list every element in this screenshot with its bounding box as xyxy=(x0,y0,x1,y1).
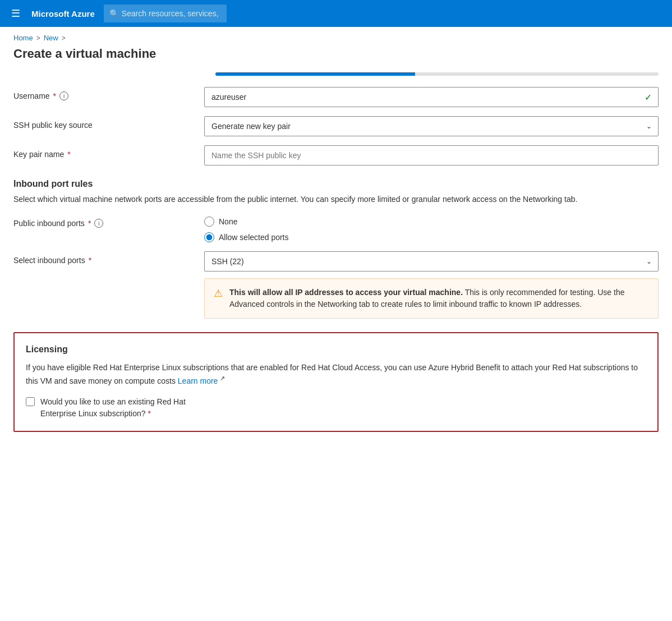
username-label: Username * i xyxy=(13,87,204,100)
select-ports-label: Select inbound ports * xyxy=(13,251,204,265)
select-ports-dropdown[interactable]: SSH (22) xyxy=(204,251,659,272)
inbound-section-heading: Inbound port rules xyxy=(13,179,659,189)
warning-box: ⚠ This will allow all IP addresses to ac… xyxy=(204,278,659,319)
public-ports-label: Public inbound ports * i xyxy=(13,214,204,228)
hamburger-icon[interactable]: ☰ xyxy=(9,5,22,22)
checkbox-label-line2: Enterprise Linux subscription? xyxy=(40,409,146,418)
radio-allow-selected[interactable]: Allow selected ports xyxy=(204,232,659,242)
ssh-source-control: Generate new key pair ⌄ xyxy=(204,116,659,136)
radio-group-ports: None Allow selected ports xyxy=(204,214,659,242)
checkbox-label: Would you like to use an existing Red Ha… xyxy=(40,396,186,420)
checkbox-required: * xyxy=(148,409,150,418)
search-input[interactable] xyxy=(104,4,227,22)
username-required: * xyxy=(53,91,56,100)
azure-logo: Microsoft Azure xyxy=(31,9,95,19)
public-ports-required: * xyxy=(88,219,91,228)
key-pair-label: Key pair name * xyxy=(13,145,204,159)
learn-more-link[interactable]: Learn more xyxy=(178,376,218,385)
redhat-subscription-checkbox[interactable] xyxy=(26,397,35,406)
topbar: ☰ Microsoft Azure 🔍 xyxy=(0,0,672,27)
checkbox-row: Would you like to use an existing Red Ha… xyxy=(26,396,646,420)
external-link-icon: ↗ xyxy=(220,375,225,381)
radio-none[interactable]: None xyxy=(204,217,659,227)
ssh-source-label: SSH public key source xyxy=(13,116,204,130)
radio-none-input[interactable] xyxy=(204,217,214,227)
username-control: ✓ xyxy=(204,87,659,107)
username-check-icon: ✓ xyxy=(645,92,652,103)
radio-none-label: None xyxy=(219,217,237,226)
warning-text: This will allow all IP addresses to acce… xyxy=(229,287,649,310)
select-ports-row: Select inbound ports * SSH (22) ⌄ ⚠ This… xyxy=(13,251,659,319)
public-ports-control: None Allow selected ports xyxy=(204,214,659,242)
breadcrumb-home[interactable]: Home xyxy=(13,34,33,42)
select-ports-control: SSH (22) ⌄ ⚠ This will allow all IP addr… xyxy=(204,251,659,319)
content-area: Username * i ✓ SSH public key source Gen… xyxy=(0,72,672,445)
warning-icon: ⚠ xyxy=(214,287,223,300)
username-input[interactable] xyxy=(204,87,659,107)
key-pair-row: Key pair name * xyxy=(13,145,659,165)
public-ports-info-icon[interactable]: i xyxy=(94,219,103,228)
licensing-title: Licensing xyxy=(26,344,646,355)
licensing-desc-text: If you have eligible Red Hat Enterprise … xyxy=(26,363,638,385)
warning-bold-text: This will allow all IP addresses to acce… xyxy=(229,288,463,297)
licensing-box: Licensing If you have eligible Red Hat E… xyxy=(13,332,659,432)
ssh-source-row: SSH public key source Generate new key p… xyxy=(13,116,659,136)
progress-bar-fill xyxy=(215,72,415,76)
search-wrapper: 🔍 xyxy=(104,4,564,22)
username-info-icon[interactable]: i xyxy=(59,91,68,100)
select-ports-dropdown-wrapper: SSH (22) ⌄ xyxy=(204,251,659,272)
ssh-source-dropdown-wrapper: Generate new key pair ⌄ xyxy=(204,116,659,136)
key-pair-input[interactable] xyxy=(204,145,659,165)
inbound-section-desc: Select which virtual machine network por… xyxy=(13,194,659,205)
select-ports-required: * xyxy=(89,256,91,265)
ssh-source-dropdown[interactable]: Generate new key pair xyxy=(204,116,659,136)
page-title: Create a virtual machine xyxy=(0,47,672,72)
breadcrumb-sep-1: > xyxy=(36,34,40,42)
key-pair-control xyxy=(204,145,659,165)
radio-allow-input[interactable] xyxy=(204,232,214,242)
breadcrumb-sep-2: > xyxy=(62,34,66,42)
username-row: Username * i ✓ xyxy=(13,87,659,107)
breadcrumb: Home > New > xyxy=(0,27,672,47)
breadcrumb-new[interactable]: New xyxy=(44,34,58,42)
licensing-desc: If you have eligible Red Hat Enterprise … xyxy=(26,361,646,387)
public-ports-row: Public inbound ports * i None Allow sele… xyxy=(13,214,659,242)
key-pair-required: * xyxy=(67,150,70,159)
radio-allow-label: Allow selected ports xyxy=(219,233,289,242)
progress-bar-area xyxy=(215,72,659,76)
username-input-wrapper: ✓ xyxy=(204,87,659,107)
